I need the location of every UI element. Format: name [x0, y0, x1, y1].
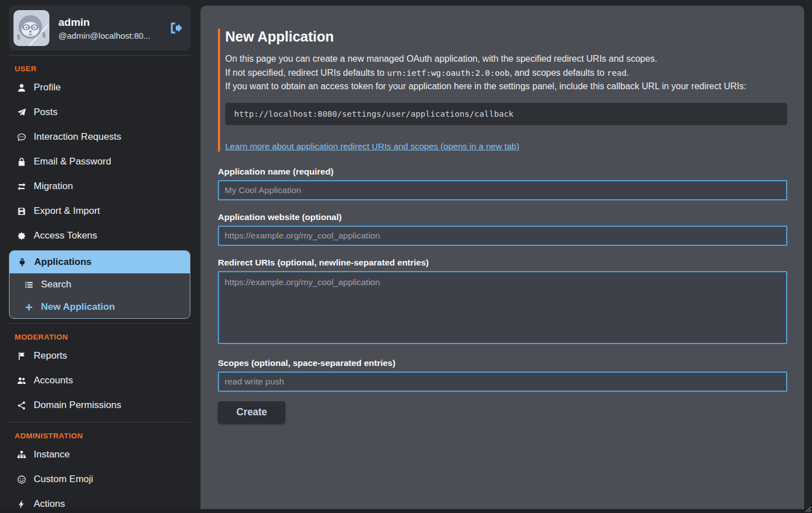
floppy-disk-icon	[17, 207, 26, 216]
comment-icon	[17, 132, 26, 142]
user-handle: @admin@localhost:80...	[58, 31, 159, 40]
sidebar-item-label: Profile	[34, 82, 61, 93]
scopes-input[interactable]	[218, 372, 787, 392]
intro-description: On this page you can create a new manage…	[225, 52, 787, 94]
section-heading-moderation: MODERATION	[15, 333, 190, 341]
sidebar-item-label: Interaction Requests	[34, 131, 121, 143]
sidebar-divider	[9, 55, 190, 56]
application-website-input[interactable]	[218, 226, 787, 246]
new-application-form: Application name (required) Application …	[218, 167, 787, 423]
scopes-label: Scopes (optional, space-separated entrie…	[218, 358, 787, 368]
callback-url-codeblock: http://localhost:8080/settings/user/appl…	[225, 103, 787, 125]
user-icon	[17, 83, 26, 93]
applications-group: ApplicationsSearchNew Application	[9, 250, 190, 319]
logout-icon[interactable]	[168, 21, 183, 35]
transfer-arrows-icon	[17, 182, 26, 191]
redirect-uris-textarea[interactable]	[218, 271, 787, 344]
page-title: New Application	[225, 29, 787, 45]
sidebar: admin @admin@localhost:80... USERProfile…	[0, 0, 200, 513]
plug-icon	[17, 258, 27, 267]
user-card[interactable]: admin @admin@localhost:80...	[9, 6, 190, 51]
description-line-2: If not specified, redirect URIs defaults…	[225, 68, 387, 77]
description-line-3: If you want to obtain an access token fo…	[225, 81, 746, 91]
sidebar-nav: USERProfilePostsInteraction RequestsEmai…	[9, 65, 190, 513]
list-icon	[24, 280, 34, 290]
sidebar-divider	[9, 422, 190, 423]
user-info: admin @admin@localhost:80...	[58, 16, 159, 40]
sidebar-divider	[9, 323, 190, 324]
avatar	[13, 10, 49, 46]
description-line-1: On this page you can create a new manage…	[225, 54, 657, 63]
sidebar-item-applications[interactable]: Applications	[10, 251, 190, 273]
sidebar-item-custom-emoji[interactable]: Custom Emoji	[9, 467, 190, 492]
bolt-icon	[17, 500, 26, 509]
sidebar-item-domain-permissions[interactable]: Domain Permissions	[9, 393, 190, 418]
users-icon	[17, 376, 26, 386]
horizontal-scrollbar[interactable]	[0, 509, 812, 513]
sidebar-item-label: Instance	[34, 449, 70, 460]
sidebar-item-label: Reports	[34, 350, 67, 361]
inline-code-oob: urn:ietf:wg:oauth:2.0:oob	[387, 68, 509, 77]
resize-grip-icon[interactable]	[805, 506, 811, 512]
username: admin	[58, 16, 159, 29]
sidebar-item-label: Posts	[34, 107, 58, 118]
sidebar-item-label: Applications	[34, 256, 92, 268]
application-name-input[interactable]	[218, 180, 787, 200]
new-application-intro: New Application On this page you can cre…	[218, 29, 787, 152]
sidebar-subitem-new-application[interactable]: New Application	[10, 296, 190, 318]
application-name-label: Application name (required)	[218, 167, 787, 177]
section-heading-user: USER	[15, 65, 190, 73]
sidebar-item-access-tokens[interactable]: Access Tokens	[9, 223, 190, 248]
sidebar-item-profile[interactable]: Profile	[9, 75, 190, 100]
lock-icon	[17, 157, 26, 167]
sidebar-item-instance[interactable]: Instance	[9, 442, 190, 467]
flag-icon	[17, 351, 26, 361]
redirect-uris-label: Redirect URIs (optional, newline-separat…	[218, 258, 787, 268]
sidebar-item-accounts[interactable]: Accounts	[9, 368, 190, 393]
sidebar-item-label: Search	[41, 279, 71, 290]
sidebar-item-migration[interactable]: Migration	[9, 174, 190, 199]
certificate-icon	[17, 231, 26, 241]
sidebar-item-export-import[interactable]: Export & Import	[9, 199, 190, 223]
sidebar-item-label: Migration	[34, 181, 73, 192]
learn-more-link[interactable]: Learn more about application redirect UR…	[225, 141, 519, 152]
sitemap-icon	[17, 450, 26, 460]
application-website-label: Application website (optional)	[218, 212, 787, 222]
sidebar-item-label: Access Tokens	[34, 230, 97, 241]
create-button[interactable]: Create	[218, 401, 285, 423]
sidebar-item-reports[interactable]: Reports	[9, 343, 190, 368]
sidebar-item-label: Custom Emoji	[34, 474, 93, 485]
inline-code-read: read	[607, 68, 627, 77]
sidebar-item-posts[interactable]: Posts	[9, 100, 190, 125]
sidebar-item-label: Email & Password	[34, 156, 111, 167]
sidebar-item-label: Export & Import	[34, 205, 100, 217]
main-panel: New Application On this page you can cre…	[200, 6, 804, 509]
sidebar-item-label: Accounts	[34, 375, 73, 386]
sidebar-item-label: Domain Permissions	[34, 400, 121, 411]
sidebar-item-interaction-requests[interactable]: Interaction Requests	[9, 125, 190, 149]
smiley-icon	[17, 475, 26, 484]
sidebar-item-email-password[interactable]: Email & Password	[9, 149, 190, 174]
sidebar-item-label: New Application	[41, 301, 115, 313]
section-heading-administration: ADMINISTRATION	[15, 432, 190, 440]
share-nodes-icon	[17, 401, 26, 410]
paper-plane-icon	[17, 108, 26, 117]
plus-icon	[24, 303, 34, 312]
sidebar-item-label: Actions	[34, 498, 65, 510]
sidebar-subitem-search[interactable]: Search	[10, 273, 190, 296]
